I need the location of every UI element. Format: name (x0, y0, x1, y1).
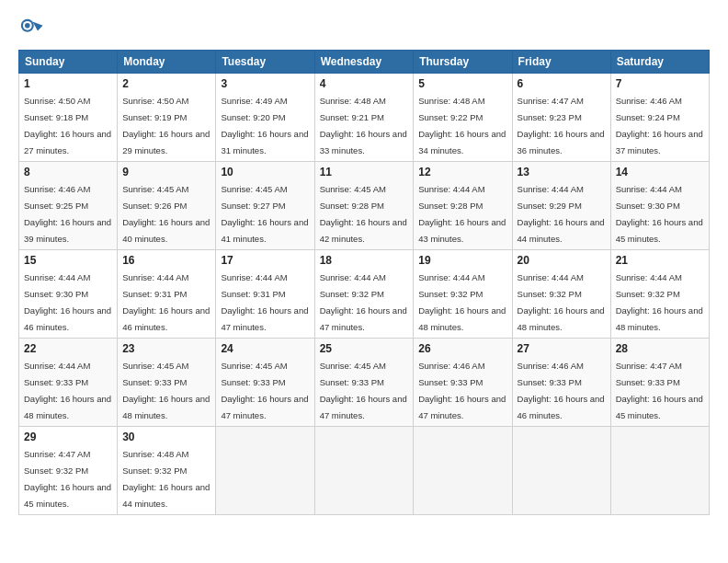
calendar-week-row: 1Sunrise: 4:50 AMSunset: 9:18 PMDaylight… (19, 74, 710, 162)
calendar-day-cell (610, 427, 709, 515)
calendar-week-row: 15Sunrise: 4:44 AMSunset: 9:30 PMDayligh… (19, 250, 710, 339)
calendar-day-cell: 26Sunrise: 4:46 AMSunset: 9:33 PMDayligh… (414, 339, 512, 427)
calendar-day-cell: 1Sunrise: 4:50 AMSunset: 9:18 PMDaylight… (19, 74, 118, 162)
day-number: 5 (418, 77, 506, 90)
day-info: Sunrise: 4:46 AMSunset: 9:24 PMDaylight:… (616, 96, 703, 155)
day-info: Sunrise: 4:44 AMSunset: 9:32 PMDaylight:… (616, 272, 703, 332)
calendar-day-cell: 13Sunrise: 4:44 AMSunset: 9:29 PMDayligh… (512, 162, 610, 250)
day-number: 27 (518, 342, 606, 355)
day-info: Sunrise: 4:47 AMSunset: 9:32 PMDaylight:… (24, 449, 111, 509)
day-number: 1 (24, 77, 112, 90)
logo-icon (18, 17, 44, 42)
day-number: 20 (518, 254, 606, 267)
day-number: 16 (122, 254, 210, 267)
day-number: 9 (122, 166, 210, 178)
day-number: 14 (616, 166, 704, 178)
calendar-day-cell: 8Sunrise: 4:46 AMSunset: 9:25 PMDaylight… (19, 162, 118, 250)
calendar-table: SundayMondayTuesdayWednesdayThursdayFrid… (18, 50, 710, 515)
day-number: 18 (320, 254, 409, 267)
logo (18, 17, 48, 42)
day-number: 13 (518, 166, 606, 178)
calendar-day-cell: 29Sunrise: 4:47 AMSunset: 9:32 PMDayligh… (19, 427, 118, 515)
calendar-day-cell: 16Sunrise: 4:44 AMSunset: 9:31 PMDayligh… (118, 250, 216, 339)
day-number: 8 (24, 166, 112, 178)
day-header: Monday (118, 51, 216, 74)
calendar-day-cell: 10Sunrise: 4:45 AMSunset: 9:27 PMDayligh… (216, 162, 314, 250)
calendar-day-cell: 3Sunrise: 4:49 AMSunset: 9:20 PMDaylight… (216, 74, 314, 162)
day-number: 30 (122, 431, 210, 443)
day-number: 17 (221, 254, 309, 267)
calendar-day-cell: 18Sunrise: 4:44 AMSunset: 9:32 PMDayligh… (314, 250, 414, 339)
day-number: 15 (24, 254, 112, 267)
calendar-day-cell: 5Sunrise: 4:48 AMSunset: 9:22 PMDaylight… (414, 74, 512, 162)
day-number: 26 (418, 342, 506, 355)
calendar-day-cell: 24Sunrise: 4:45 AMSunset: 9:33 PMDayligh… (216, 339, 314, 427)
day-header: Wednesday (314, 51, 414, 74)
calendar-day-cell: 15Sunrise: 4:44 AMSunset: 9:30 PMDayligh… (19, 250, 118, 339)
day-info: Sunrise: 4:44 AMSunset: 9:31 PMDaylight:… (122, 272, 210, 332)
day-number: 2 (122, 77, 210, 90)
calendar-day-cell: 23Sunrise: 4:45 AMSunset: 9:33 PMDayligh… (118, 339, 216, 427)
day-info: Sunrise: 4:44 AMSunset: 9:32 PMDaylight:… (418, 272, 506, 332)
day-header: Tuesday (216, 51, 314, 74)
day-info: Sunrise: 4:46 AMSunset: 9:33 PMDaylight:… (518, 361, 605, 420)
day-number: 3 (221, 77, 309, 90)
calendar-day-cell: 4Sunrise: 4:48 AMSunset: 9:21 PMDaylight… (314, 74, 414, 162)
day-info: Sunrise: 4:45 AMSunset: 9:33 PMDaylight:… (320, 361, 407, 420)
day-header: Sunday (19, 51, 118, 74)
calendar-day-cell: 28Sunrise: 4:47 AMSunset: 9:33 PMDayligh… (610, 339, 709, 427)
day-number: 10 (221, 166, 309, 178)
day-header: Thursday (414, 51, 512, 74)
calendar-day-cell: 11Sunrise: 4:45 AMSunset: 9:28 PMDayligh… (314, 162, 414, 250)
day-number: 6 (518, 77, 606, 90)
calendar-day-cell: 22Sunrise: 4:44 AMSunset: 9:33 PMDayligh… (19, 339, 118, 427)
calendar-day-cell: 19Sunrise: 4:44 AMSunset: 9:32 PMDayligh… (414, 250, 512, 339)
calendar-day-cell: 14Sunrise: 4:44 AMSunset: 9:30 PMDayligh… (610, 162, 709, 250)
day-info: Sunrise: 4:44 AMSunset: 9:32 PMDaylight:… (518, 272, 605, 332)
day-number: 28 (616, 342, 704, 355)
svg-point-2 (25, 23, 30, 29)
day-number: 12 (418, 166, 506, 178)
calendar-day-cell: 6Sunrise: 4:47 AMSunset: 9:23 PMDaylight… (512, 74, 610, 162)
day-info: Sunrise: 4:44 AMSunset: 9:31 PMDaylight:… (221, 272, 308, 332)
day-info: Sunrise: 4:45 AMSunset: 9:27 PMDaylight:… (221, 184, 308, 244)
day-info: Sunrise: 4:45 AMSunset: 9:26 PMDaylight:… (122, 184, 210, 244)
calendar-day-cell: 9Sunrise: 4:45 AMSunset: 9:26 PMDaylight… (118, 162, 216, 250)
calendar-week-row: 29Sunrise: 4:47 AMSunset: 9:32 PMDayligh… (19, 427, 710, 515)
day-number: 24 (221, 342, 309, 355)
day-info: Sunrise: 4:50 AMSunset: 9:19 PMDaylight:… (122, 96, 210, 155)
day-info: Sunrise: 4:50 AMSunset: 9:18 PMDaylight:… (24, 96, 111, 155)
calendar-body: 1Sunrise: 4:50 AMSunset: 9:18 PMDaylight… (19, 74, 710, 515)
day-number: 25 (320, 342, 409, 355)
day-info: Sunrise: 4:48 AMSunset: 9:21 PMDaylight:… (320, 96, 407, 155)
day-info: Sunrise: 4:44 AMSunset: 9:30 PMDaylight:… (616, 184, 703, 244)
calendar-day-cell (512, 427, 610, 515)
calendar-day-cell: 25Sunrise: 4:45 AMSunset: 9:33 PMDayligh… (314, 339, 414, 427)
day-info: Sunrise: 4:46 AMSunset: 9:25 PMDaylight:… (24, 184, 111, 244)
calendar-day-cell: 12Sunrise: 4:44 AMSunset: 9:28 PMDayligh… (414, 162, 512, 250)
day-number: 21 (616, 254, 704, 267)
day-number: 19 (418, 254, 506, 267)
day-number: 29 (24, 431, 112, 443)
calendar-day-cell (216, 427, 314, 515)
day-header: Friday (512, 51, 610, 74)
day-header: Saturday (610, 51, 709, 74)
calendar-day-cell: 17Sunrise: 4:44 AMSunset: 9:31 PMDayligh… (216, 250, 314, 339)
calendar-day-cell (414, 427, 512, 515)
calendar-day-cell: 21Sunrise: 4:44 AMSunset: 9:32 PMDayligh… (610, 250, 709, 339)
day-info: Sunrise: 4:45 AMSunset: 9:28 PMDaylight:… (320, 184, 407, 244)
calendar-day-cell: 27Sunrise: 4:46 AMSunset: 9:33 PMDayligh… (512, 339, 610, 427)
day-info: Sunrise: 4:45 AMSunset: 9:33 PMDaylight:… (221, 361, 308, 420)
day-number: 23 (122, 342, 210, 355)
day-info: Sunrise: 4:45 AMSunset: 9:33 PMDaylight:… (122, 361, 210, 420)
day-info: Sunrise: 4:47 AMSunset: 9:33 PMDaylight:… (616, 361, 703, 420)
calendar-day-cell: 30Sunrise: 4:48 AMSunset: 9:32 PMDayligh… (118, 427, 216, 515)
day-info: Sunrise: 4:48 AMSunset: 9:22 PMDaylight:… (418, 96, 506, 155)
day-info: Sunrise: 4:44 AMSunset: 9:28 PMDaylight:… (418, 184, 506, 244)
calendar-day-cell: 7Sunrise: 4:46 AMSunset: 9:24 PMDaylight… (610, 74, 709, 162)
day-number: 22 (24, 342, 112, 355)
day-info: Sunrise: 4:44 AMSunset: 9:32 PMDaylight:… (320, 272, 407, 332)
calendar-header-row: SundayMondayTuesdayWednesdayThursdayFrid… (19, 51, 710, 74)
day-number: 11 (320, 166, 409, 178)
day-number: 4 (320, 77, 409, 90)
